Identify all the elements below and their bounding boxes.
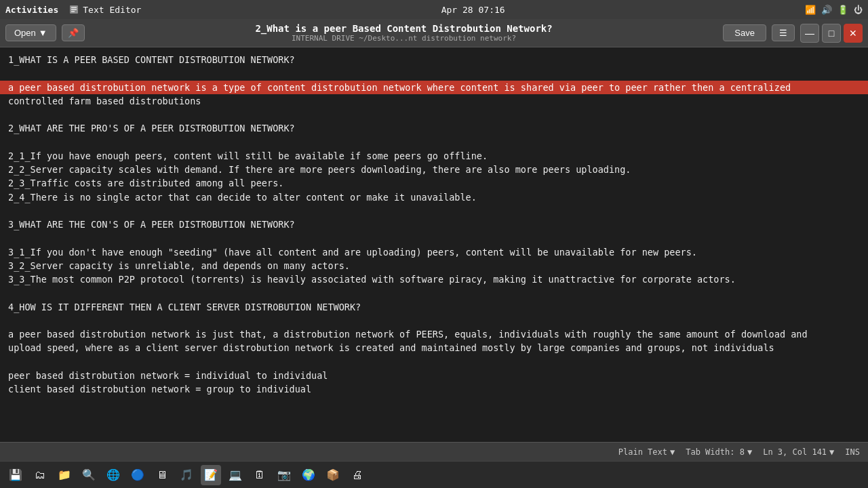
toolbar: Open ▼ 📌 2_What is a peer Based Content … [0, 19, 868, 47]
taskbar-icon-desktop[interactable]: 🖥 [152, 465, 172, 485]
pin-button[interactable]: 📌 [62, 24, 85, 41]
text-line: client based distrobution network = grou… [8, 382, 860, 396]
taskbar-icon-browser[interactable]: 🌐 [103, 465, 123, 485]
cursor-position[interactable]: Ln 3, Col 141 ▼ [763, 447, 834, 457]
system-icons: 📶 🔊 🔋 ⏻ [805, 5, 863, 15]
empty-line [8, 286, 860, 300]
tab-width-chevron-icon: ▼ [747, 447, 752, 457]
battery-icon: 🔋 [837, 5, 848, 15]
empty-line [8, 136, 860, 149]
taskbar-icon-texteditor[interactable]: 📝 [201, 465, 221, 485]
empty-line [8, 108, 860, 121]
text-line: 1_WHAT IS A PEER BASED CONTENT DISTROBUT… [8, 53, 860, 66]
close-button[interactable]: ✕ [844, 24, 863, 43]
taskbar-icon-terminal[interactable]: 💻 [225, 465, 245, 485]
empty-line [8, 204, 860, 218]
taskbar-icon-internet[interactable]: 🌍 [298, 465, 319, 485]
taskbar-icon-music[interactable]: 🎵 [176, 465, 197, 485]
empty-line [8, 314, 860, 327]
text-line: controlled farm based distrobutions [8, 94, 860, 108]
open-button[interactable]: Open ▼ [5, 24, 56, 41]
plain-text-label: Plain Text [618, 447, 667, 457]
menu-button[interactable]: ☰ [772, 24, 795, 41]
status-bar: Plain Text ▼ Tab Width: 8 ▼ Ln 3, Col 14… [0, 442, 868, 461]
taskbar-icon-folder[interactable]: 🗂 [30, 465, 50, 485]
text-line: 2_3_Traffic costs are distributed among … [8, 176, 860, 190]
text-editor-icon [69, 5, 79, 14]
highlighted-text-line: a peer based distrobution network is a t… [0, 81, 868, 94]
plain-text-selector[interactable]: Plain Text ▼ [618, 447, 675, 457]
ins-label: INS [845, 447, 860, 457]
taskbar: 💾 🗂 📁 🔍 🌐 🔵 🖥 🎵 📝 💻 🗓 📷 🌍 📦 🖨 [0, 461, 868, 488]
taskbar-icon-print[interactable]: 🖨 [347, 465, 368, 485]
network-icon: 📶 [805, 5, 816, 15]
taskbar-icon-search[interactable]: 🔍 [79, 465, 99, 485]
top-bar: Activities Text Editor Apr 28 07:16 📶 🔊 … [0, 0, 868, 19]
text-line: 4_HOW IS IT DIFFERENT THEN A CLIENT SERV… [8, 300, 860, 314]
open-label: Open [14, 28, 36, 38]
app-name-label: Text Editor [83, 5, 141, 15]
window-controls: — □ ✕ [800, 24, 863, 43]
taskbar-icon-calendar[interactable]: 🗓 [250, 465, 270, 485]
taskbar-icon-package[interactable]: 📦 [323, 465, 343, 485]
text-line: 2_4_There is no single actor that can de… [8, 190, 860, 204]
volume-icon: 🔊 [821, 5, 832, 15]
position-label: Ln 3, Col 141 [763, 447, 827, 457]
clock-display: Apr 28 07:16 [141, 5, 805, 15]
taskbar-icon-files[interactable]: 💾 [5, 465, 26, 485]
text-line: a peer based distrobution network is jus… [8, 327, 860, 341]
insert-mode: INS [845, 447, 860, 457]
text-line: 3_3_The most common P2P protocol (torren… [8, 272, 860, 286]
text-line: 3_1_If you don't have enough "seeding" (… [8, 245, 860, 259]
empty-line [8, 66, 860, 80]
save-button[interactable]: Save [723, 24, 766, 41]
plain-text-chevron-icon: ▼ [670, 447, 675, 457]
tab-width-label: Tab Width: 8 [686, 447, 745, 457]
empty-line [8, 355, 860, 369]
text-line: 2_WHAT ARE THE PRO'S OF A PEER DISTROBUT… [8, 121, 860, 135]
text-line: 3_WHAT ARE THE CON'S OF A PEER DISTROBUT… [8, 218, 860, 231]
text-line: 3_2_Server capacity is unreliable, and d… [8, 259, 860, 272]
minimize-button[interactable]: — [800, 24, 819, 43]
app-title: Text Editor [69, 5, 141, 15]
title-area: 2_What is a peer Based Content Distrobut… [90, 23, 718, 43]
text-line: peer based distrobution network = indivi… [8, 369, 860, 382]
document-path: INTERNAL DRIVE ~/Deskto...nt distrobutio… [90, 34, 718, 43]
maximize-button[interactable]: □ [822, 24, 841, 43]
open-chevron-icon: ▼ [39, 28, 47, 38]
taskbar-icon-home[interactable]: 📁 [54, 465, 75, 485]
position-chevron-icon: ▼ [829, 447, 834, 457]
tab-width-selector[interactable]: Tab Width: 8 ▼ [686, 447, 752, 457]
text-editor-area[interactable]: 1_WHAT IS A PEER BASED CONTENT DISTROBUT… [0, 47, 868, 442]
text-line: upload speed, where as a client server d… [8, 341, 860, 354]
power-icon: ⏻ [854, 5, 863, 15]
activities-button[interactable]: Activities [5, 5, 58, 15]
empty-line [8, 231, 860, 245]
text-line: 2_2_Server capacity scales with demand. … [8, 163, 860, 176]
document-title: 2_What is a peer Based Content Distrobut… [90, 23, 718, 34]
text-line: 2_1_If you have enough peers, content wi… [8, 149, 860, 163]
taskbar-icon-bluetooth[interactable]: 🔵 [127, 465, 148, 485]
taskbar-icon-camera[interactable]: 📷 [274, 465, 294, 485]
